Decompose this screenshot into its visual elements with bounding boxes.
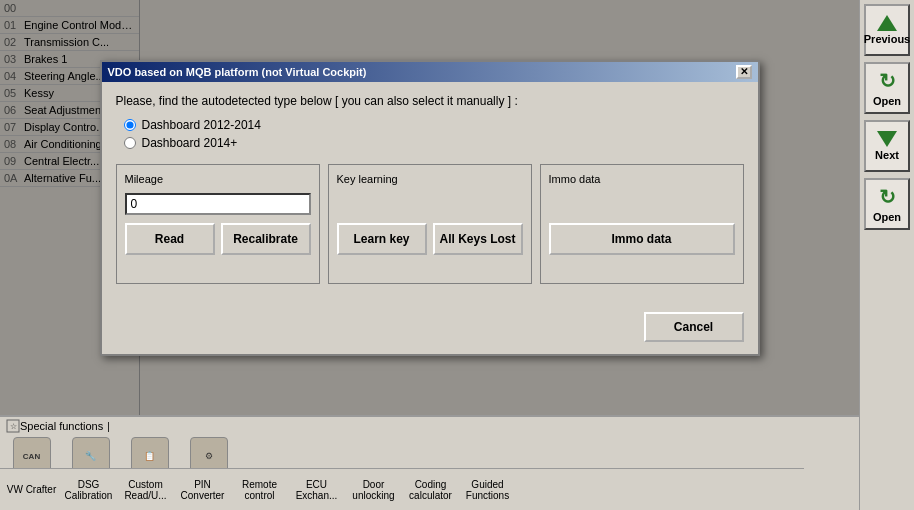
dialog: VDO based on MQB platform (not Virtual C… bbox=[100, 60, 760, 356]
immo-data-section: Immo data Immo data bbox=[540, 164, 744, 284]
next-label: Next bbox=[875, 149, 899, 161]
radio-label-2012: Dashboard 2012-2014 bbox=[142, 118, 261, 132]
modal-overlay: VDO based on MQB platform (not Virtual C… bbox=[0, 0, 859, 415]
special-functions-label: Special functions bbox=[20, 420, 103, 432]
key-learning-buttons: Learn key All Keys Lost bbox=[337, 223, 523, 255]
open-button-1[interactable]: ↻ Open bbox=[864, 62, 910, 114]
sections-container: Mileage Read Recalibrate Key learning Le… bbox=[116, 164, 744, 284]
learn-key-button[interactable]: Learn key bbox=[337, 223, 427, 255]
dialog-content: Please, find the autodetected type below… bbox=[102, 82, 758, 306]
bottom-functions: VW Crafter DSGCalibration CustomRead/U..… bbox=[0, 468, 804, 510]
func-coding[interactable]: Codingcalculator bbox=[403, 477, 458, 503]
radio-group: Dashboard 2012-2014 Dashboard 2014+ bbox=[124, 118, 744, 150]
radio-label-2014: Dashboard 2014+ bbox=[142, 136, 238, 150]
dialog-close-button[interactable]: ✕ bbox=[736, 65, 752, 79]
all-keys-lost-button[interactable]: All Keys Lost bbox=[433, 223, 523, 255]
key-learning-section: Key learning Learn key All Keys Lost bbox=[328, 164, 532, 284]
dialog-instruction: Please, find the autodetected type below… bbox=[116, 94, 744, 108]
func-pin[interactable]: PINConverter bbox=[175, 477, 230, 503]
special-functions-tab[interactable]: ☆ Special functions | bbox=[0, 417, 859, 435]
arrow-down-icon bbox=[877, 131, 897, 147]
func-door-label: Doorunlocking bbox=[352, 479, 394, 501]
mileage-title: Mileage bbox=[125, 173, 311, 185]
func-dsg-label: DSGCalibration bbox=[65, 479, 113, 501]
svg-text:☆: ☆ bbox=[10, 422, 17, 431]
app-container: 00 01 Engine Control Module 1 02 Transmi… bbox=[0, 0, 914, 510]
next-button[interactable]: Next bbox=[864, 120, 910, 172]
open-icon-2: ↻ bbox=[879, 185, 896, 209]
key-learning-title: Key learning bbox=[337, 173, 523, 185]
dialog-titlebar: VDO based on MQB platform (not Virtual C… bbox=[102, 62, 758, 82]
func-custom[interactable]: CustomRead/U... bbox=[118, 477, 173, 503]
func-guided-label: GuidedFunctions bbox=[466, 479, 509, 501]
radio-dashboard-2014[interactable]: Dashboard 2014+ bbox=[124, 136, 744, 150]
func-dsg[interactable]: DSGCalibration bbox=[61, 477, 116, 503]
func-ecu-label: ECUExchan... bbox=[296, 479, 338, 501]
open-button-2[interactable]: ↻ Open bbox=[864, 178, 910, 230]
func-coding-label: Codingcalculator bbox=[409, 479, 452, 501]
open-label-2: Open bbox=[873, 211, 901, 223]
mileage-input[interactable] bbox=[125, 193, 311, 215]
immo-data-title: Immo data bbox=[549, 173, 735, 185]
previous-button[interactable]: Previous bbox=[864, 4, 910, 56]
special-functions-icon: ☆ bbox=[6, 419, 20, 433]
tab-extra: | bbox=[107, 421, 110, 432]
func-custom-label: CustomRead/U... bbox=[124, 479, 166, 501]
func-vw-crafter-label: VW Crafter bbox=[7, 484, 56, 495]
dialog-footer: Cancel bbox=[102, 306, 758, 354]
arrow-up-icon bbox=[877, 15, 897, 31]
cancel-button[interactable]: Cancel bbox=[644, 312, 744, 342]
read-button[interactable]: Read bbox=[125, 223, 215, 255]
func-door[interactable]: Doorunlocking bbox=[346, 477, 401, 503]
radio-dashboard-2012[interactable]: Dashboard 2012-2014 bbox=[124, 118, 744, 132]
open-icon-1: ↻ bbox=[879, 69, 896, 93]
func-vw-crafter[interactable]: VW Crafter bbox=[4, 482, 59, 497]
mileage-section: Mileage Read Recalibrate bbox=[116, 164, 320, 284]
open-label-1: Open bbox=[873, 95, 901, 107]
previous-label: Previous bbox=[864, 33, 910, 45]
immo-data-button[interactable]: Immo data bbox=[549, 223, 735, 255]
radio-input-2012[interactable] bbox=[124, 119, 136, 131]
func-remote-label: Remotecontrol bbox=[242, 479, 277, 501]
radio-input-2014[interactable] bbox=[124, 137, 136, 149]
func-guided[interactable]: GuidedFunctions bbox=[460, 477, 515, 503]
func-remote[interactable]: Remotecontrol bbox=[232, 477, 287, 503]
func-ecu[interactable]: ECUExchan... bbox=[289, 477, 344, 503]
recalibrate-button[interactable]: Recalibrate bbox=[221, 223, 311, 255]
func-pin-label: PINConverter bbox=[181, 479, 225, 501]
right-panel: Previous ↻ Open Next ↻ Open bbox=[859, 0, 914, 510]
mileage-buttons: Read Recalibrate bbox=[125, 223, 311, 255]
dialog-title: VDO based on MQB platform (not Virtual C… bbox=[108, 66, 367, 78]
